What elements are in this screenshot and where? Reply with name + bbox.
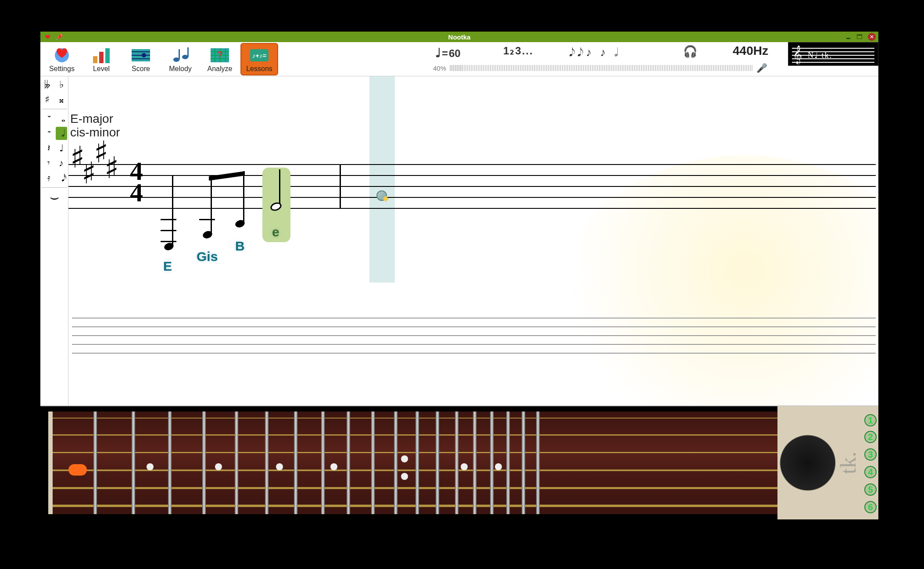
minimize-button[interactable]: 🗕 (845, 33, 851, 40)
titlebar: ❤ 📌 Nootka 🗕 🗖 ✕ (40, 32, 878, 42)
volume-meter: 40% 🎤 (433, 64, 767, 72)
sixteenth-note-button[interactable]: 𝅘𝅥𝅯 (56, 172, 67, 185)
fret-7 (294, 412, 297, 514)
string-6[interactable] (53, 505, 878, 507)
beat-counter[interactable]: 1₂3... (503, 45, 534, 57)
melody-button[interactable]: Melody (161, 43, 199, 75)
quarter-rest-button[interactable]: 𝄽 (42, 142, 53, 155)
fret-4 (202, 412, 206, 514)
toolbar: Settings Level Score Melody (40, 42, 878, 76)
fret-3 (168, 412, 172, 514)
pin-icon[interactable]: 📌 (55, 33, 62, 40)
heart-gear-icon (51, 46, 73, 65)
analyze-button[interactable]: ? Analyze (201, 43, 239, 75)
fret-15 (473, 412, 476, 514)
soundhole-text: tk. (835, 451, 861, 474)
sixteenth-rest-button[interactable]: 𝄿 (42, 172, 53, 185)
note-e[interactable] (270, 203, 282, 211)
volume-percent: 40% (433, 64, 446, 72)
fret-5 (235, 412, 238, 514)
whole-note-button[interactable]: 𝅝 (56, 112, 67, 125)
score-button[interactable]: Score (122, 43, 160, 75)
volume-track[interactable] (450, 65, 753, 71)
mini-score-text: N♩·tk. (808, 50, 832, 60)
analyze-label: Analyze (208, 65, 233, 73)
time-signature: 4 4 (130, 161, 143, 204)
svg-point-8 (142, 53, 146, 57)
string-number-2[interactable]: 2 (864, 431, 877, 443)
whole-rest-button[interactable]: 𝄻 (42, 112, 53, 125)
fretboard-neck (48, 412, 777, 514)
flat-button[interactable]: ♭ (56, 78, 67, 91)
svg-rect-11 (179, 49, 180, 60)
content-area: 𝄫 ♭ ♯ 𝄪 𝄻 𝅝 𝄼 𝅗𝅥 𝄽 ♩ 𝄾 ♪ (40, 76, 878, 405)
fret-dot-12 (401, 473, 408, 480)
svg-rect-3 (105, 48, 110, 63)
fret-10 (371, 412, 375, 514)
string-number-5[interactable]: 5 (864, 483, 877, 496)
fret-dot-3 (147, 463, 154, 470)
maximize-button[interactable]: 🗖 (856, 33, 863, 40)
svg-rect-12 (187, 47, 189, 57)
tempo-indicator[interactable]: ♩ = 60 (435, 46, 461, 60)
string-3[interactable] (53, 452, 878, 453)
score-area[interactable]: E-major cis-minor ♯ ♯ ♯ ♯ 4 (68, 76, 878, 405)
half-rest-button[interactable]: 𝄼 (42, 127, 53, 140)
fretboard[interactable]: tk. 1 2 3 4 5 6 (40, 405, 878, 519)
lessons-button[interactable]: ♪+♪= Lessons (240, 43, 278, 75)
headphone-icon[interactable]: 🎧 (683, 45, 697, 58)
sharp-button[interactable]: ♯ (42, 93, 53, 106)
melody-notes-icon (169, 46, 191, 65)
double-sharp-button[interactable]: 𝄪 (56, 93, 67, 106)
svg-rect-2 (99, 52, 104, 63)
key-major-label: E-major (70, 112, 120, 126)
settings-button[interactable]: Settings (43, 43, 81, 75)
string-5[interactable] (53, 487, 878, 489)
note-Gis[interactable] (203, 231, 212, 238)
string-number-1[interactable]: 1 (864, 414, 877, 426)
string-number-6[interactable]: 6 (864, 501, 877, 513)
mini-score-preview[interactable]: 𝄞 N♩·tk. (788, 42, 878, 66)
tie-button[interactable]: ⌣ (43, 190, 66, 204)
svg-point-9 (173, 57, 179, 62)
string-2[interactable] (53, 434, 878, 436)
eighth-rest-button[interactable]: 𝄾 (42, 157, 53, 170)
level-bars-icon (90, 46, 112, 65)
note-E[interactable] (164, 243, 174, 250)
fret-dot-5 (215, 463, 222, 470)
tempo-note-icon: ♩ (435, 46, 441, 60)
fret-13 (436, 412, 439, 514)
fret-dot-17 (495, 463, 502, 470)
rhythm-pattern-icon[interactable]: 𝅘𝅥𝅮 𝅘𝅥𝅮 ♪ ♪ 𝅗𝅥 (569, 46, 617, 59)
fret-dot-15 (461, 463, 468, 470)
note-name-e: e (272, 225, 279, 240)
string-1[interactable] (53, 418, 878, 419)
note-palette: 𝄫 ♭ ♯ 𝄪 𝄻 𝅝 𝄼 𝅗𝅥 𝄽 ♩ 𝄾 ♪ (40, 76, 68, 405)
settings-label: Settings (49, 65, 75, 73)
tempo-value: 60 (449, 47, 461, 60)
close-button[interactable]: ✕ (868, 33, 876, 41)
eighth-note-button[interactable]: ♪ (56, 157, 67, 170)
half-note-button[interactable]: 𝅗𝅥 (56, 127, 67, 140)
double-flat-button[interactable]: 𝄫 (42, 78, 53, 91)
string-number-4[interactable]: 4 (864, 466, 877, 478)
fret-2 (132, 412, 135, 514)
mic-icon[interactable]: 🎤 (756, 63, 767, 73)
string-number-3[interactable]: 3 (864, 448, 877, 461)
fret-12 (415, 412, 419, 514)
lessons-label: Lessons (246, 65, 272, 73)
note-B[interactable] (235, 220, 245, 227)
app-window: ❤ 📌 Nootka 🗕 🗖 ✕ Settings Level (40, 32, 878, 519)
svg-rect-1 (93, 56, 97, 63)
tuning-frequency[interactable]: 440Hz (733, 44, 768, 58)
secondary-staff (72, 318, 876, 353)
main-staff (68, 164, 876, 208)
fret-19 (536, 412, 540, 514)
fret-8 (321, 412, 325, 514)
level-button[interactable]: Level (82, 43, 120, 75)
lessons-icon: ♪+♪= (248, 46, 270, 65)
note-name-E: E (163, 259, 172, 274)
add-note-cursor-icon[interactable] (376, 190, 387, 201)
finger-marker[interactable] (68, 464, 87, 476)
quarter-note-button[interactable]: ♩ (56, 142, 67, 155)
